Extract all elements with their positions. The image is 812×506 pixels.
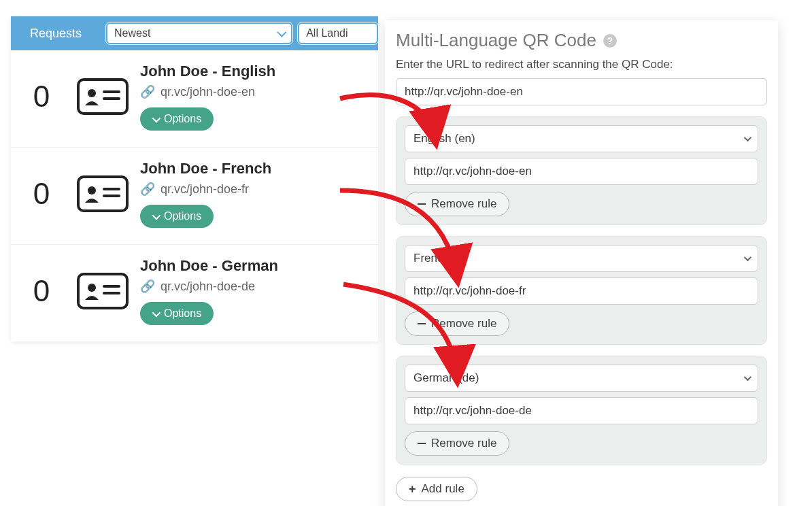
rule-card: English (en) Remove rule	[396, 116, 767, 225]
svg-rect-8	[78, 274, 127, 308]
options-button[interactable]: Options	[140, 302, 214, 325]
list-item: 0 John Doe - German 🔗 qr.vc/john-doe-de	[11, 244, 378, 341]
request-count: 0	[18, 177, 65, 211]
options-button[interactable]: Options	[140, 205, 214, 228]
item-url: qr.vc/john-doe-en	[160, 85, 255, 99]
minus-icon	[418, 323, 426, 324]
vcard-icon	[65, 175, 140, 212]
link-icon: 🔗	[140, 84, 155, 99]
chevron-down-icon	[152, 308, 161, 317]
minus-icon	[418, 443, 426, 444]
add-rule-label: Add rule	[422, 482, 464, 496]
chevron-down-icon	[277, 28, 287, 37]
chevron-down-icon	[152, 114, 161, 122]
remove-rule-button[interactable]: Remove rule	[405, 192, 509, 216]
panel-title: Multi-Language QR Code	[396, 30, 596, 51]
list-item: 0 John Doe - English 🔗 qr.vc/john-doe-en	[11, 50, 378, 147]
remove-rule-button[interactable]: Remove rule	[405, 311, 509, 336]
language-select[interactable]: French (fr)	[405, 245, 758, 272]
sort-select[interactable]: Newest	[106, 22, 292, 44]
rule-url-input[interactable]	[405, 397, 758, 424]
item-title: John Doe - French	[140, 160, 371, 178]
requests-label: Requests	[11, 16, 101, 50]
item-url: qr.vc/john-doe-fr	[160, 182, 249, 197]
rule-card: German (de) Remove rule	[396, 356, 767, 465]
remove-rule-label: Remove rule	[431, 437, 496, 450]
panel-title-row: Multi-Language QR Code ?	[396, 30, 767, 51]
sort-select-value: Newest	[114, 27, 150, 39]
options-label: Options	[164, 113, 201, 125]
filter-select-value: All Landi	[306, 27, 348, 39]
plus-icon: +	[409, 483, 416, 495]
landing-pages-panel: Requests Newest All Landi 0 John Doe - E	[11, 16, 378, 341]
remove-rule-button[interactable]: Remove rule	[405, 431, 509, 456]
default-url-input[interactable]	[396, 78, 767, 105]
rule-url-input[interactable]	[405, 158, 758, 185]
add-rule-button[interactable]: + Add rule	[396, 477, 477, 501]
item-title: John Doe - German	[140, 257, 371, 275]
svg-rect-4	[78, 177, 127, 211]
chevron-down-icon	[744, 373, 751, 381]
list-item: 0 John Doe - French 🔗 qr.vc/john-doe-fr	[11, 147, 378, 244]
options-button[interactable]: Options	[140, 107, 214, 131]
chevron-down-icon	[744, 254, 751, 261]
vcard-icon	[65, 78, 140, 115]
item-url: qr.vc/john-doe-de	[160, 280, 255, 294]
items-list: 0 John Doe - English 🔗 qr.vc/john-doe-en	[11, 50, 378, 341]
language-select[interactable]: English (en)	[405, 125, 758, 152]
filter-select[interactable]: All Landi	[298, 22, 378, 44]
svg-point-1	[88, 89, 96, 97]
svg-point-5	[88, 186, 96, 195]
language-select-value: German (de)	[413, 371, 479, 385]
link-icon: 🔗	[140, 182, 155, 197]
language-select-value: French (fr)	[413, 252, 467, 265]
link-icon: 🔗	[140, 279, 155, 294]
language-select-value: English (en)	[413, 132, 475, 146]
minus-icon	[418, 203, 426, 205]
chevron-down-icon	[152, 211, 161, 220]
chevron-down-icon	[744, 134, 751, 141]
top-bar: Requests Newest All Landi	[11, 16, 378, 50]
item-title: John Doe - English	[140, 63, 371, 80]
svg-rect-0	[78, 80, 127, 114]
panel-subtitle: Enter the URL to redirect after scanning…	[396, 58, 767, 71]
options-label: Options	[164, 210, 201, 222]
options-label: Options	[164, 307, 201, 320]
request-count: 0	[18, 80, 65, 114]
request-count: 0	[18, 274, 65, 308]
language-select[interactable]: German (de)	[405, 365, 758, 392]
rule-url-input[interactable]	[405, 277, 758, 305]
help-icon[interactable]: ?	[603, 34, 617, 48]
svg-point-9	[88, 284, 96, 292]
vcard-icon	[65, 273, 140, 309]
multi-language-panel: Multi-Language QR Code ? Enter the URL t…	[385, 20, 778, 506]
remove-rule-label: Remove rule	[431, 317, 496, 331]
rule-card: French (fr) Remove rule	[396, 236, 767, 345]
remove-rule-label: Remove rule	[431, 197, 496, 211]
